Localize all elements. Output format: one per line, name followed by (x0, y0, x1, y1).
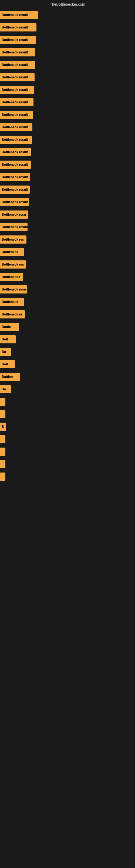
bar-row: Bottleneck (0, 247, 135, 257)
result-bar: Bo (0, 385, 11, 393)
result-bar: Bottleneck result (0, 173, 30, 181)
result-bar: Bottleneck result (0, 111, 33, 119)
bar-row: Bottleneck result (0, 122, 135, 132)
result-bar: Bo (0, 348, 11, 356)
bar-label: Bottleneck result (2, 163, 28, 166)
bar-label: Bottleneck res (2, 262, 24, 267)
result-bar: Bottleneck result (0, 98, 34, 106)
bar-label: Bottleneck result (2, 100, 28, 104)
result-bar: Bottleneck result (0, 11, 38, 19)
bar-label: Bottleneck result (2, 138, 28, 142)
result-bar: Bottleneck result (0, 86, 34, 94)
bar-row: Bottleneck res (0, 235, 135, 245)
bar-row: Bottleneck result (0, 97, 135, 107)
bar-label: Bottlen (2, 375, 13, 379)
bar-row: Bottleneck result (0, 47, 135, 58)
bar-label: Bottleneck result (2, 26, 28, 29)
bar-row: Bottleneck result (0, 222, 135, 232)
bar-label: Bottleneck result (2, 88, 28, 92)
result-bar: Bottleneck result (0, 198, 29, 206)
result-bar: Bottleneck resu (0, 211, 28, 219)
result-bar: Bottleneck re (0, 310, 25, 318)
result-bar (0, 410, 5, 418)
bar-row (0, 409, 135, 420)
bars-container: Bottleneck resultBottleneck resultBottle… (0, 8, 135, 484)
result-bar (0, 398, 5, 406)
bar-label: Bo (2, 350, 6, 354)
bar-row: Bottleneck result (0, 60, 135, 70)
bar-label: Bottle (2, 325, 11, 329)
result-bar: Bottleneck result (0, 73, 35, 82)
site-header: TheBottlenecker.com (0, 0, 135, 8)
bar-label: Bottleneck result (2, 38, 28, 42)
bar-row (0, 471, 135, 482)
bar-label: Bottleneck result (2, 113, 28, 117)
bar-row: Bo (0, 384, 135, 394)
result-bar (0, 472, 5, 480)
bar-row: Bottleneck resu (0, 284, 135, 294)
bar-label: Bottleneck result (2, 188, 28, 191)
bar-row: Bottleneck res (0, 259, 135, 270)
bar-row: B (0, 422, 135, 432)
bar-label: Bott (2, 337, 8, 341)
result-bar: Bottleneck (0, 298, 24, 306)
result-bar: Bottleneck result (0, 36, 36, 44)
result-bar: Bottleneck result (0, 148, 31, 156)
bar-label: Bottleneck resu (2, 287, 26, 291)
bar-row: Bottleneck result (0, 184, 135, 195)
result-bar (0, 447, 5, 456)
bar-row: Bo (0, 347, 135, 357)
bar-row: Bottleneck result (0, 85, 135, 95)
result-bar: Bottleneck (0, 248, 24, 256)
bar-row: Bottleneck result (0, 172, 135, 182)
bar-label: Bottleneck re (2, 312, 22, 316)
bar-label: Bottleneck result (2, 225, 28, 229)
result-bar: Bottleneck result (0, 123, 32, 131)
result-bar: Bottleneck result (0, 48, 35, 56)
result-bar: Bott (0, 335, 16, 343)
bar-row: Bottleneck result (0, 147, 135, 157)
bar-row: Bottleneck result (0, 72, 135, 83)
bar-row: Bottleneck result (0, 197, 135, 207)
result-bar: Bottleneck result (0, 135, 32, 144)
result-bar: Bottleneck result (0, 186, 30, 194)
bar-row: Bottlen (0, 372, 135, 382)
bar-row: Bottleneck re (0, 309, 135, 319)
bar-row: Bottleneck result (0, 35, 135, 45)
bar-label: Bottleneck (2, 250, 18, 254)
bar-label: Bottleneck res (2, 238, 24, 241)
bar-row (0, 397, 135, 407)
result-bar: Bottleneck result (0, 161, 31, 169)
result-bar: Bottleneck r (0, 273, 23, 281)
bar-row: Bottleneck result (0, 134, 135, 145)
result-bar: Bottleneck res (0, 260, 26, 269)
bar-label: Bo (2, 388, 6, 391)
bar-row: Bottleneck result (0, 10, 135, 20)
bar-label: Bottleneck (2, 300, 18, 304)
result-bar: Bottlen (0, 373, 20, 381)
bar-label: B (2, 425, 4, 429)
bar-label: Bottleneck result (2, 51, 28, 54)
result-bar: Bottle (0, 323, 19, 331)
result-bar: Bottleneck resu (0, 285, 27, 293)
bar-label: Bottleneck result (2, 13, 28, 17)
result-bar: B (0, 423, 6, 431)
bar-row: Bottleneck result (0, 22, 135, 33)
result-bar: Bottleneck result (0, 223, 28, 231)
bar-row: Bottleneck resu (0, 209, 135, 220)
site-title: TheBottlenecker.com (50, 2, 85, 6)
bar-label: Bottleneck resu (2, 213, 26, 216)
result-bar: Bott (0, 360, 15, 368)
bar-label: Bottleneck result (2, 75, 28, 79)
bar-label: Bottleneck result (2, 175, 28, 179)
bar-label: Bottleneck result (2, 63, 28, 67)
bar-row (0, 434, 135, 444)
bar-row (0, 459, 135, 469)
bar-label: Bottleneck r (2, 275, 20, 279)
bar-row: Bottleneck (0, 297, 135, 307)
result-bar (0, 460, 5, 468)
bar-row: Bottleneck result (0, 159, 135, 170)
bar-row: Bottleneck r (0, 272, 135, 282)
result-bar: Bottleneck result (0, 23, 37, 31)
result-bar (0, 435, 5, 443)
